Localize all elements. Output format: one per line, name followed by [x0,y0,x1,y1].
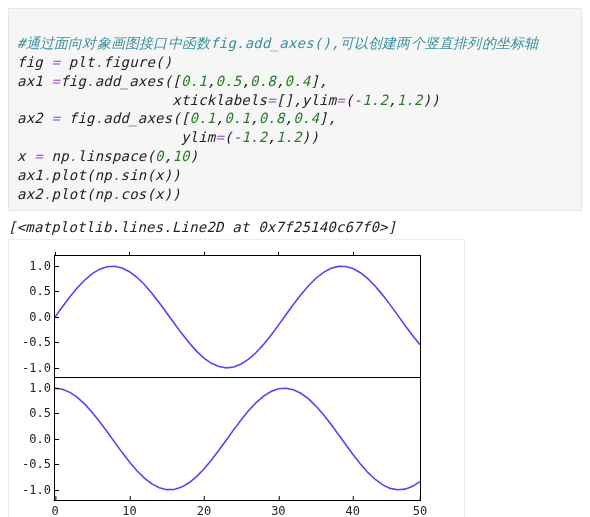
ytick: 0.0 [29,432,55,446]
cos-curve [55,388,420,490]
axes-bottom-cos: 1.0 0.5 0.0 -0.5 -1.0 0 10 20 30 40 50 [54,377,421,501]
ytick: 0.0 [29,310,55,324]
xtick: 20 [197,500,211,517]
matplotlib-figure: 1.0 0.5 0.0 -0.5 -1.0 1.0 0.5 0.0 -0.5 -… [8,239,465,517]
ytick: 1.0 [29,381,55,395]
ytick: -1.0 [22,361,55,375]
xtick: 40 [346,500,360,517]
axes-top-sin: 1.0 0.5 0.0 -0.5 -1.0 [54,255,421,379]
ytick: -0.5 [22,335,55,349]
xtick: 0 [51,500,58,517]
ytick: -1.0 [22,483,55,497]
code-cell: #通过面向对象画图接口中函数fig.add_axes(),可以创建两个竖直排列的… [8,8,582,211]
ytick: -0.5 [22,457,55,471]
ytick: 0.5 [29,406,55,420]
cell-output-text: [<matplotlib.lines.Line2D at 0x7f25140c6… [8,219,582,235]
sin-curve [55,266,420,368]
xtick: 10 [122,500,136,517]
ytick: 1.0 [29,259,55,273]
xtick: 30 [271,500,285,517]
code-comment: #通过面向对象画图接口中函数fig.add_axes(),可以创建两个竖直排列的… [17,35,538,51]
ytick: 0.5 [29,284,55,298]
xtick: 50 [413,500,427,517]
